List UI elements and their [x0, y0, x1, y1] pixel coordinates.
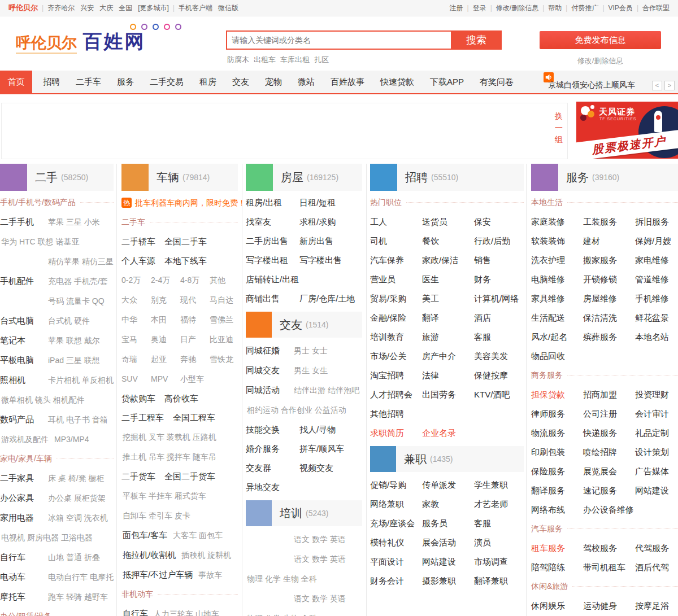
pager-prev-button[interactable]: < [652, 81, 662, 90]
category-link[interactable]: 家用电器 [0, 512, 45, 523]
category-link[interactable]: 法律 [422, 369, 473, 381]
category-link[interactable]: 网络布线 [531, 504, 582, 515]
category-header[interactable]: 招聘(55510) [370, 164, 524, 191]
topbar-city-link[interactable]: 全国 [119, 4, 132, 12]
category-link[interactable]: 游戏机及配件 [1, 434, 49, 445]
category-link[interactable]: 摩托车 [0, 591, 45, 602]
nav-tab[interactable]: 二手车 [68, 71, 109, 93]
nav-tab[interactable]: 百姓故事 [323, 71, 372, 93]
category-link[interactable]: 技能交换 [246, 423, 295, 435]
category-link[interactable]: 精仿苹果 精仿三星 [48, 256, 114, 268]
category-link[interactable]: 市场调查 [474, 556, 525, 567]
category-link[interactable]: 同城活动 [246, 384, 291, 396]
category-link[interactable]: 高价收车 [164, 392, 198, 404]
category-link[interactable]: 翻译服务 [531, 484, 582, 496]
topbar-user-link[interactable]: 登录 [473, 4, 486, 12]
category-link[interactable]: 苹果 联想 戴尔 [48, 335, 100, 347]
category-link[interactable]: 律师服务 [531, 408, 582, 420]
hot-promo-row[interactable]: 热批车利器车商内网，限时免费！ [121, 196, 238, 209]
category-link[interactable]: 求租/求购 [299, 216, 336, 228]
category-link[interactable]: 送货员 [422, 216, 473, 228]
category-link[interactable]: 找人/寻物 [299, 423, 336, 435]
category-link[interactable]: 出国劳务 [422, 388, 473, 400]
category-link[interactable]: 台式电脑 [0, 314, 45, 326]
nav-tab[interactable]: 招聘 [35, 71, 68, 93]
category-link[interactable]: 风水/起名 [531, 331, 582, 343]
category-link[interactable]: 其他 [210, 274, 236, 286]
category-link[interactable]: 行政/后勤 [474, 235, 525, 247]
category-link[interactable]: 奥迪 [151, 334, 177, 346]
subcategory-header[interactable]: 兼职(1435) [370, 446, 524, 472]
category-link[interactable]: 开锁修锁 [583, 273, 634, 285]
topbar-app-link[interactable]: 手机客户端 [179, 4, 212, 12]
category-link[interactable]: 运动健身 [583, 600, 634, 611]
nav-tab[interactable]: 二手交易 [142, 71, 192, 93]
category-link[interactable]: MPV [151, 373, 177, 385]
category-link[interactable]: 跑车 轻骑 越野车 [48, 591, 108, 603]
category-link[interactable]: 求职简历 [370, 427, 421, 439]
category-link[interactable]: 同城交友 [246, 364, 291, 376]
category-link[interactable]: 结伴出游 结伴泡吧 [294, 385, 359, 396]
category-link[interactable]: 男生 女生 [294, 365, 328, 377]
category-link[interactable]: 工人 [370, 216, 421, 228]
topbar-city-link[interactable]: [更多城市] [138, 4, 169, 12]
pager-next-button[interactable]: > [664, 81, 675, 90]
category-link[interactable]: 微单相机 镜头 相机配件 [1, 394, 85, 406]
topbar-user-link[interactable]: 合作联盟 [642, 4, 670, 12]
category-link[interactable]: 推土机 吊车 搅拌车 随车吊 [123, 451, 216, 463]
category-link[interactable]: 雪佛兰 [210, 314, 236, 326]
category-link[interactable]: 冰箱 空调 洗衣机 [48, 512, 108, 524]
category-link[interactable]: 床 桌 椅/凳 橱柜 [48, 473, 105, 484]
category-header[interactable]: 房屋(169125) [246, 164, 362, 191]
topbar-app-link[interactable]: 微信版 [218, 4, 238, 12]
topbar-user-link[interactable]: 付费推广 [571, 4, 598, 12]
category-link[interactable]: 全国二手车 [164, 235, 207, 247]
category-link[interactable]: 展览展会 [583, 465, 634, 477]
category-link[interactable]: 奔驰 [180, 353, 207, 365]
category-link[interactable]: 数码产品 [0, 413, 45, 425]
search-button[interactable]: 搜索 [451, 30, 502, 50]
category-link[interactable]: 卡片相机 单反相机 [48, 374, 114, 386]
topbar-user-link[interactable]: 注册 [450, 4, 463, 12]
category-link[interactable]: 笔记本 [0, 334, 45, 346]
category-link[interactable]: 贷款购车 [121, 392, 155, 404]
category-header[interactable]: 车辆(79814) [121, 164, 238, 191]
category-link[interactable]: 家具维修 [531, 292, 582, 304]
category-link[interactable]: 翻译 [422, 312, 473, 324]
category-link[interactable]: 建材 [583, 235, 634, 247]
topbar-city-link[interactable]: 大庆 [99, 4, 113, 12]
topbar-current-city[interactable]: 呼伦贝尔 [8, 3, 38, 12]
nav-tab[interactable]: 有奖问卷 [472, 71, 521, 93]
category-link[interactable]: 物品回收 [531, 350, 582, 362]
category-link[interactable]: 二手手机 [0, 216, 45, 228]
subcategory-header[interactable]: 交友(1514) [246, 312, 362, 338]
category-link[interactable]: 自行车 [0, 551, 45, 563]
category-link[interactable]: 医生 [422, 273, 473, 285]
category-link[interactable]: 大客车 面包车 [173, 530, 223, 541]
category-link[interactable]: 平板电脑 [0, 354, 45, 366]
category-link[interactable]: 淘宝招聘 [370, 369, 421, 381]
category-link[interactable]: 小型车 [180, 373, 207, 385]
category-link[interactable]: 中华 [121, 314, 148, 326]
category-link[interactable]: 房屋维修 [583, 292, 634, 304]
category-link[interactable]: 厂房/仓库/土地 [299, 292, 355, 304]
category-link[interactable]: 喷绘招牌 [583, 446, 634, 458]
category-link[interactable]: 旅游 [422, 331, 473, 343]
category-link[interactable]: 殡葬服务 [583, 331, 634, 343]
category-link[interactable]: 会计审计 [635, 408, 678, 420]
category-link[interactable]: 福特 [180, 314, 207, 326]
category-link[interactable]: 本地下线车 [164, 255, 207, 267]
category-link[interactable]: 模特礼仪 [370, 536, 421, 548]
category-link[interactable]: 家教 [422, 498, 473, 510]
category-link[interactable]: 本田 [151, 314, 177, 326]
search-input[interactable] [226, 30, 453, 50]
category-link[interactable]: 找室友 [246, 216, 295, 228]
category-link[interactable]: 投资理财 [635, 388, 678, 400]
category-link[interactable]: 学生兼职 [474, 479, 525, 491]
category-link[interactable]: 展会活动 [422, 536, 473, 548]
category-link[interactable]: 二手家具 [0, 472, 45, 484]
category-link[interactable]: 汽车保养 [370, 254, 421, 266]
category-link[interactable]: 家政/保洁 [422, 254, 473, 266]
category-link[interactable]: iPad 三星 联想 [48, 355, 100, 366]
category-link[interactable]: 大众 [121, 294, 148, 306]
